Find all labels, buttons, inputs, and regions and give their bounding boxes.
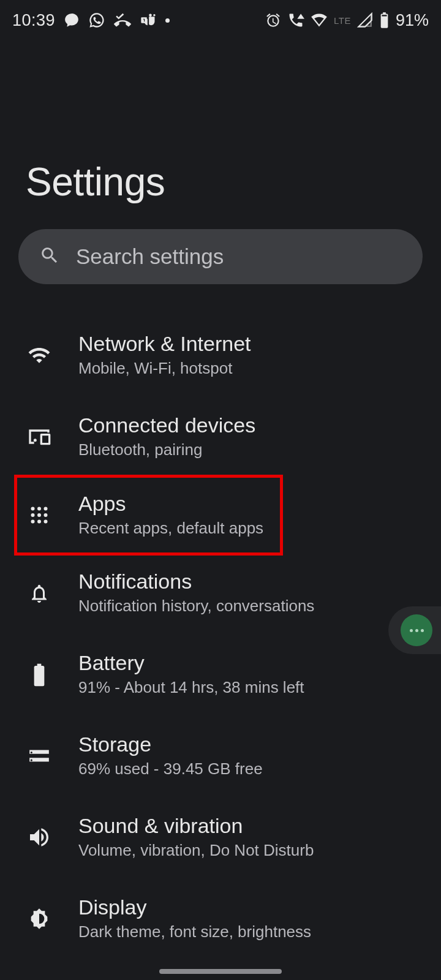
devices-icon — [27, 424, 51, 449]
item-subtitle: Volume, vibration, Do Not Disturb — [78, 840, 314, 861]
list-item-connected-devices[interactable]: Connected devices Bluetooth, pairing — [0, 396, 441, 478]
svg-point-10 — [37, 519, 41, 523]
item-text: Battery 91% - About 14 hrs, 38 mins left — [78, 651, 304, 698]
item-title: Notifications — [78, 570, 314, 594]
item-title: Apps — [78, 492, 263, 516]
list-item-sound[interactable]: Sound & vibration Volume, vibration, Do … — [0, 797, 441, 878]
more-icon — [401, 614, 432, 646]
battery-icon — [27, 663, 51, 687]
list-item-battery[interactable]: Battery 91% - About 14 hrs, 38 mins left — [0, 634, 441, 715]
item-title: Connected devices — [78, 413, 255, 437]
item-title: Network & Internet — [78, 332, 251, 356]
status-time: 10:39 — [12, 11, 55, 30]
status-left: 10:39 — [12, 11, 170, 30]
wifi-icon — [311, 12, 328, 29]
status-right: LTE 91% — [265, 11, 429, 30]
item-text: Notifications Notification history, conv… — [78, 570, 314, 617]
svg-point-4 — [37, 507, 41, 510]
svg-point-5 — [44, 507, 48, 510]
wifi-icon — [27, 343, 51, 368]
nav-handle[interactable] — [159, 969, 282, 974]
page-title: Settings — [26, 159, 415, 205]
svg-point-3 — [31, 507, 35, 510]
assist-fab[interactable] — [388, 606, 441, 654]
item-subtitle: Notification history, conversations — [78, 596, 314, 617]
list-item-apps[interactable]: Apps Recent apps, default apps — [14, 475, 283, 556]
battery-icon — [379, 12, 390, 29]
list-item-notifications[interactable]: Notifications Notification history, conv… — [0, 552, 441, 634]
bell-icon — [27, 581, 51, 606]
list-item-network[interactable]: Network & Internet Mobile, Wi-Fi, hotspo… — [0, 315, 441, 396]
wifi-calling-icon — [287, 12, 304, 29]
list-item-storage[interactable]: Storage 69% used - 39.45 GB free — [0, 715, 441, 797]
storage-icon — [27, 744, 51, 768]
item-subtitle: 91% - About 14 hrs, 38 mins left — [78, 677, 304, 698]
svg-point-11 — [44, 519, 48, 523]
item-subtitle: Mobile, Wi-Fi, hotspot — [78, 358, 251, 379]
item-text: Storage 69% used - 39.45 GB free — [78, 733, 263, 780]
search-bar[interactable]: Search settings — [18, 229, 423, 284]
settings-list: Network & Internet Mobile, Wi-Fi, hotspo… — [0, 303, 441, 971]
missed-call-icon — [114, 12, 131, 29]
item-title: Sound & vibration — [78, 814, 314, 838]
search-icon — [39, 245, 60, 268]
svg-rect-2 — [382, 15, 386, 16]
item-text: Sound & vibration Volume, vibration, Do … — [78, 814, 314, 861]
apps-grid-icon — [27, 503, 51, 527]
item-title: Battery — [78, 651, 304, 675]
item-title: Display — [78, 895, 311, 919]
lte-label: LTE — [334, 15, 351, 26]
whatsapp-icon — [88, 12, 105, 29]
header: Settings — [0, 37, 441, 229]
volume-icon — [27, 825, 51, 850]
item-text: Network & Internet Mobile, Wi-Fi, hotspo… — [78, 332, 251, 379]
chat-bubble-icon — [64, 12, 80, 28]
alarm-icon — [265, 12, 281, 28]
item-text: Connected devices Bluetooth, pairing — [78, 413, 255, 461]
item-subtitle: 69% used - 39.45 GB free — [78, 759, 263, 780]
item-subtitle: Recent apps, default apps — [78, 518, 263, 539]
more-dot-icon — [165, 18, 170, 23]
svg-point-8 — [44, 513, 48, 517]
svg-point-7 — [37, 513, 41, 517]
item-subtitle: Bluetooth, pairing — [78, 440, 255, 461]
item-text: Display Dark theme, font size, brightnes… — [78, 895, 311, 943]
search-placeholder: Search settings — [76, 244, 224, 269]
svg-rect-12 — [34, 666, 45, 686]
svg-point-6 — [31, 513, 35, 517]
svg-rect-13 — [37, 663, 42, 666]
brightness-icon — [27, 907, 51, 931]
teams-icon — [140, 12, 157, 29]
battery-percent: 91% — [396, 11, 429, 30]
item-title: Storage — [78, 733, 263, 756]
svg-rect-1 — [383, 12, 386, 15]
svg-point-9 — [31, 519, 35, 523]
item-text: Apps Recent apps, default apps — [78, 492, 263, 539]
list-item-display[interactable]: Display Dark theme, font size, brightnes… — [0, 878, 441, 960]
signal-icon — [357, 12, 373, 28]
item-subtitle: Dark theme, font size, brightness — [78, 922, 311, 943]
status-bar: 10:39 LTE 91% — [0, 0, 441, 37]
